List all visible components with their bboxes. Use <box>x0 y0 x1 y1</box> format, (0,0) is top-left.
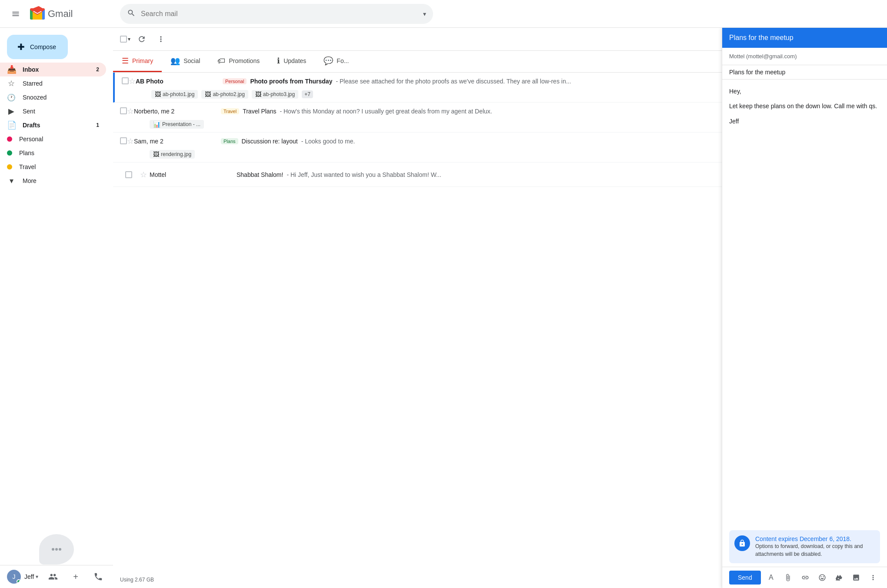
image-icon-3: 🖼 <box>255 91 261 98</box>
format-icon: A <box>769 574 774 581</box>
attachment-rendering-name: rendering.jpg <box>161 151 191 157</box>
refresh-button[interactable] <box>134 31 150 47</box>
more-options-compose-button[interactable] <box>867 571 880 585</box>
bottom-chat-bar: J Jeff ▾ + <box>0 565 113 588</box>
tab-social[interactable]: 👥 Social <box>162 51 209 72</box>
search-input[interactable] <box>141 10 420 18</box>
svg-point-1 <box>55 548 58 551</box>
sent-label: Sent <box>23 108 99 115</box>
user-profile[interactable]: J Jeff ▾ <box>7 570 38 584</box>
sam-checkbox-area[interactable] <box>120 137 127 146</box>
voice-call-button[interactable] <box>90 569 106 585</box>
svg-point-0 <box>52 548 54 551</box>
norberto-sender: Norberto, me 2 <box>134 108 221 115</box>
compose-label: Compose <box>30 43 56 50</box>
sam-checkbox[interactable] <box>120 137 127 144</box>
norberto-preview: - How's this Monday at noon? I usually g… <box>280 108 492 115</box>
sam-star-area[interactable]: ☆ <box>127 136 134 146</box>
search-dropdown-icon[interactable]: ▾ <box>423 10 426 17</box>
hamburger-button[interactable] <box>7 5 24 23</box>
expiry-content: Content expires December 6, 2018. Option… <box>755 535 875 558</box>
compose-button[interactable]: ✚ Compose <box>7 35 68 59</box>
search-bar[interactable]: ▾ <box>120 4 433 24</box>
promotions-tab-icon: 🏷 <box>217 56 225 66</box>
sent-icon: ▶ <box>7 106 16 116</box>
mottel-star-area[interactable]: ☆ <box>137 170 150 179</box>
attachment-ab-photo1[interactable]: 🖼 ab-photo1.jpg <box>151 90 198 99</box>
mottel-checkbox[interactable] <box>125 171 132 178</box>
mottel-star-icon[interactable]: ☆ <box>140 170 147 179</box>
sidebar-item-drafts[interactable]: 📄 Drafts 1 <box>0 118 106 132</box>
compose-plus-icon: ✚ <box>17 42 25 52</box>
link-button[interactable] <box>798 571 812 585</box>
gmail-m-icon <box>30 6 45 22</box>
ab-photo-checkbox-area[interactable] <box>122 77 129 86</box>
ab-photo-star-area[interactable]: ☆ <box>129 76 136 86</box>
expiry-sub-text: Options to forward, download, or copy th… <box>755 542 875 558</box>
new-group-button[interactable] <box>45 569 61 585</box>
content-area: ▾ ☰ Primary 👥 Social 🏷 Promotions <box>113 28 887 588</box>
sidebar-item-snoozed[interactable]: 🕐 Snoozed <box>0 90 106 104</box>
snoozed-label: Snoozed <box>23 94 99 101</box>
attachment-ab-photo2[interactable]: 🖼 ab-photo2.jpg <box>201 90 248 99</box>
sidebar-item-plans[interactable]: Plans <box>0 146 106 160</box>
sidebar-item-inbox[interactable]: 📥 Inbox 2 <box>0 63 106 76</box>
drive-button[interactable] <box>832 571 846 585</box>
attach-button[interactable] <box>781 571 795 585</box>
norberto-star-icon[interactable]: ☆ <box>127 107 134 116</box>
sam-sender: Sam, me 2 <box>134 138 221 145</box>
user-name: Jeff <box>24 573 34 580</box>
tab-updates[interactable]: ℹ Updates <box>268 51 315 72</box>
norberto-checkbox-area[interactable] <box>120 107 127 116</box>
svg-point-2 <box>59 548 61 551</box>
updates-tab-icon: ℹ <box>277 56 280 66</box>
inbox-icon: 📥 <box>7 65 16 74</box>
personal-color-dot <box>7 136 12 142</box>
gmail-text: Gmail <box>48 8 73 20</box>
sidebar-item-travel[interactable]: Travel <box>0 160 106 174</box>
emoji-button[interactable] <box>815 571 829 585</box>
expiry-date-text: Content expires December 6, 2018. <box>755 535 875 542</box>
mottel-checkbox-area[interactable] <box>120 171 137 178</box>
photos-button[interactable] <box>850 571 863 585</box>
ab-photo-subject: Photo proofs from Thursday <box>250 78 332 85</box>
more-options-button[interactable] <box>153 31 169 47</box>
inbox-badge: 2 <box>96 66 99 73</box>
sidebar-item-starred[interactable]: ☆ Starred <box>0 76 106 90</box>
send-button[interactable]: Send <box>729 571 761 585</box>
tab-promotions[interactable]: 🏷 Promotions <box>209 51 268 72</box>
preview-body: Hey, Let keep these plans on the down lo… <box>722 80 887 527</box>
norberto-label-chip: Travel <box>221 108 239 114</box>
user-dropdown-icon[interactable]: ▾ <box>36 574 38 580</box>
attachment-ab-photo3[interactable]: 🖼 ab-photo3.jpg <box>252 90 298 99</box>
ab-photo-checkbox[interactable] <box>122 77 129 84</box>
avatar-initials: J <box>13 573 16 580</box>
attachment-rendering[interactable]: 🖼 rendering.jpg <box>150 150 195 159</box>
sidebar-item-sent[interactable]: ▶ Sent <box>0 104 106 118</box>
chat-bubble-icon <box>39 534 74 565</box>
tab-forums[interactable]: 💬 Fo... <box>315 51 357 72</box>
more-icon: ▾ <box>7 176 16 186</box>
snoozed-icon: 🕐 <box>7 93 16 102</box>
sam-label-chip: Plans <box>221 138 238 144</box>
norberto-checkbox[interactable] <box>120 107 127 114</box>
format-text-button[interactable]: A <box>764 571 778 585</box>
attachment-presentation[interactable]: 📊 Presentation - ... <box>150 120 204 129</box>
drafts-badge: 1 <box>96 122 99 128</box>
sidebar-item-personal[interactable]: Personal <box>0 132 106 146</box>
tab-primary[interactable]: ☰ Primary <box>113 51 162 72</box>
ab-photo-star-icon[interactable]: ☆ <box>129 77 136 86</box>
sam-preview: - Looks good to me. <box>301 138 355 145</box>
plans-color-dot <box>7 150 12 156</box>
sam-star-icon[interactable]: ☆ <box>127 137 134 146</box>
select-all-checkbox[interactable] <box>120 36 127 43</box>
social-tab-icon: 👥 <box>170 56 180 66</box>
travel-color-dot <box>7 164 12 169</box>
new-chat-button[interactable]: + <box>68 569 83 585</box>
sidebar-item-more[interactable]: ▾ More <box>0 174 106 188</box>
norberto-star-area[interactable]: ☆ <box>127 106 134 116</box>
select-dropdown-icon[interactable]: ▾ <box>128 36 130 42</box>
inbox-label: Inbox <box>23 66 89 73</box>
extra-attachments-badge: +7 <box>302 90 313 98</box>
online-status-dot <box>17 579 21 584</box>
